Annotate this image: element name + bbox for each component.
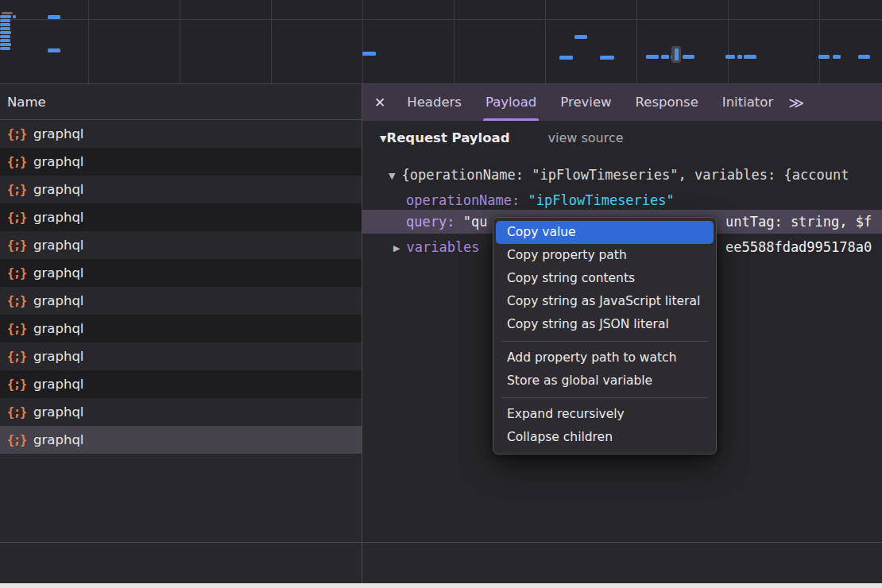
expanded-triangle-icon[interactable]: ▼ [389, 171, 395, 181]
menu-separator [501, 341, 708, 342]
json-file-icon: {;} [7, 322, 26, 336]
panel-divider[interactable] [362, 84, 362, 588]
request-timing-bar [661, 55, 669, 59]
context-menu: Copy value Copy property path Copy strin… [493, 217, 717, 455]
request-timing-bar [0, 23, 10, 26]
name-column-label: Name [7, 95, 46, 110]
request-timing-bar [818, 55, 830, 59]
close-icon[interactable]: ✕ [374, 95, 385, 110]
request-timing-bar [833, 55, 841, 59]
menu-item-copy-string-contents[interactable]: Copy string contents [496, 267, 714, 290]
json-file-icon: {;} [7, 155, 26, 169]
menu-item-copy-string-json-literal[interactable]: Copy string as JSON literal [496, 313, 714, 336]
request-timing-bar [683, 55, 694, 59]
menu-item-collapse-children[interactable]: Collapse children [496, 426, 714, 449]
request-name: graphql [33, 349, 83, 364]
property-key: variables [406, 239, 479, 255]
window-bottom-edge [0, 583, 882, 588]
payload-root-row[interactable]: ▼{operationName: "ipFlowTimeseries", var… [389, 163, 882, 187]
request-timing-bar [48, 48, 60, 52]
request-timing-bar [0, 39, 10, 42]
tab-preview[interactable]: Preview [548, 84, 623, 121]
tab-payload[interactable]: Payload [474, 84, 548, 121]
request-name: graphql [33, 377, 83, 392]
request-name: graphql [33, 154, 83, 169]
request-name: graphql [33, 265, 83, 280]
footer-divider [0, 542, 882, 543]
request-name: graphql [33, 321, 83, 336]
request-timing-bar [0, 43, 11, 46]
request-timing-bar [13, 15, 16, 18]
tab-headers[interactable]: Headers [395, 84, 474, 121]
json-file-icon: {;} [7, 433, 26, 447]
overview-divider-line [0, 19, 882, 20]
network-request-row[interactable]: {;}graphql [0, 287, 362, 315]
request-name: graphql [33, 293, 83, 308]
request-timing-bar [600, 56, 614, 60]
tab-response[interactable]: Response [624, 84, 710, 121]
operation-name-row[interactable]: operationName: "ipFlowTimeseries" [406, 188, 882, 212]
pending-request-bar [2, 12, 13, 14]
network-request-row-selected[interactable]: {;}graphql [0, 426, 362, 454]
name-column-header[interactable]: Name [0, 84, 362, 120]
request-timing-bar [646, 55, 659, 59]
collapsed-triangle-icon[interactable]: ▶ [393, 243, 400, 253]
request-timing-bar [858, 55, 870, 59]
view-source-link[interactable]: view source [548, 130, 624, 145]
tab-initiator[interactable]: Initiator [710, 84, 785, 121]
network-request-row[interactable]: {;}graphql [0, 342, 362, 370]
network-request-row[interactable]: {;}graphql [0, 315, 362, 342]
request-timing-bar [559, 56, 573, 60]
json-file-icon: {;} [7, 127, 26, 141]
json-file-icon: {;} [7, 377, 26, 392]
request-name: graphql [33, 238, 83, 253]
property-key: operationName: [406, 192, 520, 208]
detail-tab-bar: ✕ Headers Payload Preview Response Initi… [362, 84, 882, 121]
request-timing-bar [744, 55, 756, 59]
request-name: graphql [33, 432, 83, 447]
json-file-icon: {;} [7, 266, 26, 280]
request-timing-bar [48, 15, 60, 19]
request-timing-bar [0, 15, 11, 18]
network-request-row[interactable]: {;}graphql [0, 120, 362, 148]
more-tabs-icon[interactable]: ≫ [788, 94, 804, 111]
property-value-right: untTag: string, $f [725, 210, 872, 234]
request-list-panel: Name {;}graphql {;}graphql {;}graphql {;… [0, 84, 362, 542]
menu-item-store-as-global-variable[interactable]: Store as global variable [496, 369, 714, 393]
menu-item-copy-property-path[interactable]: Copy property path [496, 244, 714, 267]
request-timing-bar [675, 48, 679, 60]
property-value-right: ee5588fdad995178a0 [725, 235, 872, 259]
menu-item-copy-value[interactable]: Copy value [496, 221, 714, 244]
request-name: graphql [33, 126, 83, 141]
menu-item-add-property-path-to-watch[interactable]: Add property path to watch [496, 346, 714, 369]
json-file-icon: {;} [7, 350, 26, 364]
menu-item-expand-recursively[interactable]: Expand recursively [496, 403, 714, 426]
section-title: Request Payload [386, 130, 509, 145]
network-request-row[interactable]: {;}graphql [0, 148, 362, 176]
json-file-icon: {;} [7, 183, 26, 197]
request-timing-bar [362, 52, 376, 56]
network-request-row[interactable]: {;}graphql [0, 370, 362, 398]
network-request-row[interactable]: {;}graphql [0, 231, 362, 259]
json-file-icon: {;} [7, 294, 26, 308]
request-timing-bar [0, 35, 10, 38]
network-request-row[interactable]: {;}graphql [0, 176, 362, 203]
request-timing-bar [725, 55, 735, 59]
network-overview-timeline[interactable] [0, 0, 882, 84]
property-value: "ipFlowTimeseries" [528, 192, 675, 208]
property-value-left: "qu [463, 214, 488, 230]
request-timing-bar [0, 47, 10, 50]
property-key: query: [406, 214, 455, 230]
network-request-row[interactable]: {;}graphql [0, 259, 362, 287]
network-request-row[interactable]: {;}graphql [0, 203, 362, 231]
menu-item-copy-string-js-literal[interactable]: Copy string as JavaScript literal [496, 290, 714, 313]
request-name: graphql [33, 182, 83, 197]
request-timing-bar [0, 27, 10, 30]
object-preview-text: {operationName: "ipFlowTimeseries", vari… [401, 167, 849, 183]
request-timing-bar [0, 19, 10, 22]
json-file-icon: {;} [7, 211, 26, 225]
menu-separator [501, 397, 708, 398]
network-request-row[interactable]: {;}graphql [0, 398, 362, 426]
request-timing-bar [574, 35, 587, 39]
request-payload-header[interactable]: ▼Request Payloadview source [380, 130, 624, 145]
